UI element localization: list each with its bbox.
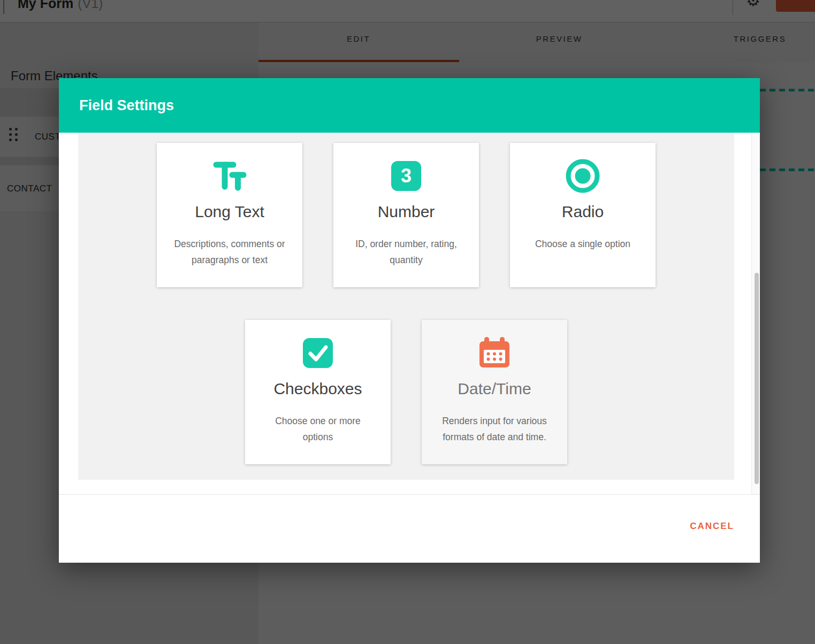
dialog-title: Field Settings bbox=[79, 78, 174, 133]
field-type-card-number[interactable]: 3 Number ID, order number, rating, quant… bbox=[333, 143, 479, 287]
field-type-title: Number bbox=[378, 203, 435, 221]
field-type-grid: Long Text Descriptions, comments or para… bbox=[78, 133, 734, 480]
long-text-icon bbox=[212, 159, 247, 193]
field-type-card-radio[interactable]: Radio Choose a single option bbox=[510, 143, 656, 287]
field-settings-dialog: Field Settings Long Text Descriptions, c… bbox=[59, 78, 760, 563]
field-type-description: Choose one or more options bbox=[264, 413, 371, 445]
field-type-card-date-time[interactable]: Date/Time Renders input for various form… bbox=[422, 320, 567, 464]
dialog-header: Field Settings bbox=[59, 78, 760, 133]
svg-text:3: 3 bbox=[401, 165, 412, 187]
field-type-description: ID, order number, rating, quantity bbox=[347, 236, 465, 268]
field-type-title: Radio bbox=[562, 203, 604, 221]
field-type-title: Checkboxes bbox=[273, 380, 362, 398]
dialog-body: Long Text Descriptions, comments or para… bbox=[59, 133, 760, 563]
field-type-description: Renders input for various formats of dat… bbox=[435, 413, 555, 445]
number-3-icon: 3 bbox=[391, 159, 422, 193]
field-type-card-checkboxes[interactable]: Checkboxes Choose one or more options bbox=[245, 320, 391, 464]
calendar-icon bbox=[478, 336, 511, 370]
form-builder-app: My Form(V1) REVISIONS ⚙ PUBLISH Form Ele… bbox=[0, 0, 815, 644]
field-type-card-long-text[interactable]: Long Text Descriptions, comments or para… bbox=[157, 143, 302, 287]
modal-scrollbar-track[interactable] bbox=[751, 133, 760, 494]
radio-icon bbox=[565, 159, 600, 193]
field-type-title: Long Text bbox=[195, 203, 264, 221]
field-type-description: Choose a single option bbox=[535, 236, 630, 252]
footer-divider bbox=[59, 494, 760, 495]
field-type-description: Descriptions, comments or paragraphs or … bbox=[165, 236, 294, 268]
modal-scrollbar-thumb[interactable] bbox=[755, 273, 759, 484]
cancel-button[interactable]: CANCEL bbox=[690, 521, 734, 532]
checkbox-icon bbox=[302, 336, 333, 370]
field-type-title: Date/Time bbox=[458, 380, 531, 398]
